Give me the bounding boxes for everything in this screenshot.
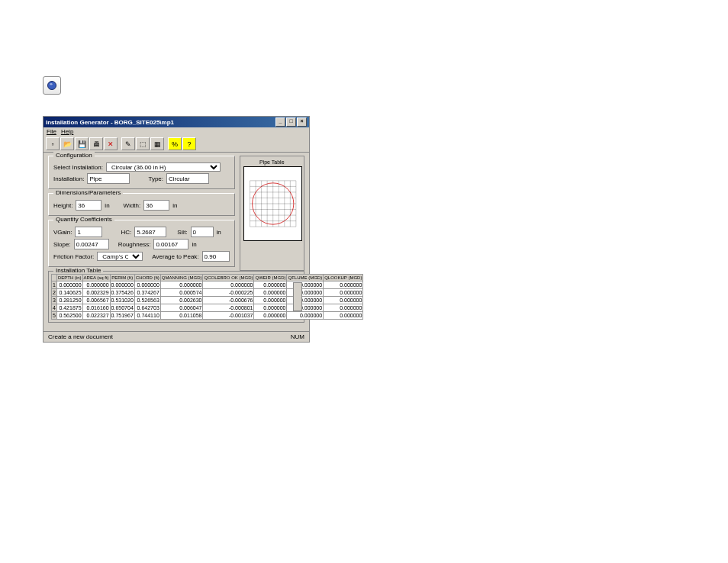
save-icon[interactable]: 💾: [75, 137, 89, 150]
window-title: Installation Generator - BORG_SITE025\mp…: [46, 119, 174, 126]
select-installation-dropdown[interactable]: Circular (36.00 in H): [106, 162, 221, 172]
configuration-group: Select Installation: Circular (36.00 in …: [48, 156, 235, 189]
slope-field[interactable]: [74, 239, 109, 249]
height-label: Height:: [53, 202, 72, 209]
hc-label: HC:: [121, 229, 131, 236]
width-field[interactable]: [143, 200, 169, 211]
delete-icon[interactable]: ✕: [104, 137, 118, 150]
status-bar: Create a new document NUM: [43, 331, 309, 342]
chart-icon[interactable]: ⬚: [136, 137, 150, 150]
silt-field[interactable]: [191, 227, 214, 237]
friction-dropdown[interactable]: Camp's Curve: [97, 252, 143, 261]
help-icon[interactable]: ?: [182, 137, 196, 150]
table-row[interactable]: 40.4218750.0161600.6507040.6427030.00604…: [52, 304, 363, 312]
friction-label: Friction Factor:: [53, 253, 94, 260]
table-row[interactable]: 20.1406250.0023290.3754260.3742670.00057…: [52, 289, 363, 297]
maximize-button[interactable]: □: [286, 117, 296, 127]
separator: [165, 137, 167, 149]
menu-help[interactable]: Help: [61, 128, 73, 135]
separator: [118, 137, 121, 149]
table-row[interactable]: 30.2812500.0065670.5310200.5265630.00263…: [52, 297, 363, 304]
type-field[interactable]: [166, 173, 209, 184]
width-label: Width:: [124, 202, 141, 209]
installation-generator-window: Installation Generator - BORG_SITE025\mp…: [43, 116, 310, 343]
installation-label: Installation:: [53, 175, 84, 182]
menubar: File Help: [43, 127, 309, 136]
vgain-label: VGain:: [53, 229, 72, 236]
titlebar[interactable]: Installation Generator - BORG_SITE025\mp…: [43, 117, 309, 127]
print-icon[interactable]: 🖶: [89, 137, 103, 150]
type-label: Type:: [148, 175, 163, 182]
menu-file[interactable]: File: [47, 128, 56, 135]
open-icon[interactable]: 📂: [60, 137, 74, 150]
close-button[interactable]: ×: [297, 117, 307, 127]
slope-label: Slope:: [53, 241, 71, 248]
percent-icon[interactable]: %: [168, 137, 182, 150]
roughness-label: Roughness:: [118, 241, 151, 248]
pipe-table-chart: [243, 166, 302, 241]
installation-field[interactable]: [87, 173, 130, 184]
installation-table-group: DEPTH (in)AREA (sq ft)PERIM (ft)CHORD (f…: [48, 271, 304, 323]
quantity-group: VGain: HC: Silt: in Slope: Roughness:: [48, 220, 235, 267]
installation-table[interactable]: DEPTH (in)AREA (sq ft)PERIM (ft)CHORD (f…: [51, 274, 363, 320]
status-numlock: NUM: [291, 333, 304, 340]
avg-to-peak-label: Average to Peak:: [152, 253, 198, 260]
avg-to-peak-field[interactable]: [202, 251, 230, 262]
vgain-field[interactable]: [75, 227, 102, 237]
height-field[interactable]: [76, 200, 101, 211]
table-row[interactable]: 10.0000000.0000000.0000000.0000000.00000…: [52, 282, 363, 289]
app-launcher-icon: [43, 76, 61, 95]
chart-title: Pipe Table: [243, 159, 301, 165]
width-unit: in: [172, 202, 177, 209]
table-scrollbar[interactable]: [293, 282, 302, 311]
silt-label: Silt:: [177, 229, 187, 236]
roughness-unit: in: [192, 241, 196, 248]
table-icon[interactable]: ▦: [150, 137, 164, 150]
minimize-button[interactable]: _: [275, 117, 285, 127]
table-row[interactable]: 50.5625000.0223270.7519670.7441100.01105…: [52, 312, 363, 320]
edit-icon[interactable]: ✎: [121, 137, 135, 150]
roughness-field[interactable]: [153, 239, 188, 249]
status-message: Create a new document: [48, 333, 113, 340]
dimensions-group: Height: in Width: in: [48, 193, 235, 216]
silt-unit: in: [217, 229, 221, 236]
toolbar: ▫ 📂 💾 🖶 ✕ ✎ ⬚ ▦ % ?: [43, 136, 309, 153]
svg-point-0: [48, 82, 56, 90]
pipe-table-chart-box: Pipe Table: [240, 156, 304, 271]
svg-point-1: [50, 83, 52, 85]
new-icon[interactable]: ▫: [46, 137, 60, 150]
hc-field[interactable]: [134, 227, 166, 237]
height-unit: in: [105, 202, 109, 209]
select-installation-label: Select Installation:: [53, 164, 103, 171]
